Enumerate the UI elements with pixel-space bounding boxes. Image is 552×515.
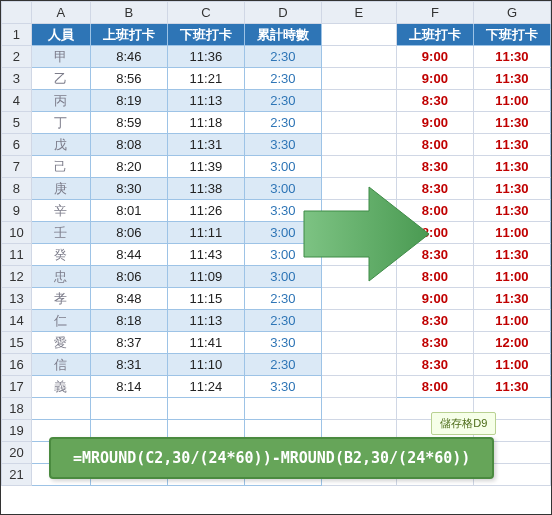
cell-G4[interactable]: 11:00 — [473, 90, 550, 112]
cell-E14[interactable] — [321, 310, 396, 332]
cell-B10[interactable]: 8:06 — [90, 222, 167, 244]
cell-C8[interactable]: 11:38 — [167, 178, 244, 200]
cell-E4[interactable] — [321, 90, 396, 112]
cell-F2[interactable]: 9:00 — [396, 46, 473, 68]
cell-A10[interactable]: 壬 — [31, 222, 90, 244]
cell-A3[interactable]: 乙 — [31, 68, 90, 90]
col-header-A[interactable]: A — [31, 2, 90, 24]
cell-A9[interactable]: 辛 — [31, 200, 90, 222]
cell-D18[interactable] — [244, 398, 321, 420]
cell-D10[interactable]: 3:00 — [244, 222, 321, 244]
col-header-C[interactable]: C — [167, 2, 244, 24]
cell-A15[interactable]: 愛 — [31, 332, 90, 354]
cell-C2[interactable]: 11:36 — [167, 46, 244, 68]
row-header-10[interactable]: 10 — [2, 222, 32, 244]
cell-G3[interactable]: 11:30 — [473, 68, 550, 90]
corner-cell[interactable] — [2, 2, 32, 24]
cell-F12[interactable]: 8:00 — [396, 266, 473, 288]
cell-F13[interactable]: 9:00 — [396, 288, 473, 310]
cell-C4[interactable]: 11:13 — [167, 90, 244, 112]
cell-E1[interactable] — [321, 24, 396, 46]
cell-G15[interactable]: 12:00 — [473, 332, 550, 354]
cell-A16[interactable]: 信 — [31, 354, 90, 376]
cell-E3[interactable] — [321, 68, 396, 90]
cell-B4[interactable]: 8:19 — [90, 90, 167, 112]
cell-B11[interactable]: 8:44 — [90, 244, 167, 266]
cell-E6[interactable] — [321, 134, 396, 156]
cell-C9[interactable]: 11:26 — [167, 200, 244, 222]
cell-F10[interactable]: 8:00 — [396, 222, 473, 244]
cell-D7[interactable]: 3:00 — [244, 156, 321, 178]
cell-A18[interactable] — [31, 398, 90, 420]
cell-C10[interactable]: 11:11 — [167, 222, 244, 244]
cell-D6[interactable]: 3:30 — [244, 134, 321, 156]
cell-F3[interactable]: 9:00 — [396, 68, 473, 90]
row-header-5[interactable]: 5 — [2, 112, 32, 134]
cell-G13[interactable]: 11:30 — [473, 288, 550, 310]
cell-D13[interactable]: 2:30 — [244, 288, 321, 310]
cell-C13[interactable]: 11:15 — [167, 288, 244, 310]
cell-D16[interactable]: 2:30 — [244, 354, 321, 376]
cell-C18[interactable] — [167, 398, 244, 420]
cell-E2[interactable] — [321, 46, 396, 68]
cell-E7[interactable] — [321, 156, 396, 178]
cell-D5[interactable]: 2:30 — [244, 112, 321, 134]
cell-A13[interactable]: 孝 — [31, 288, 90, 310]
cell-A12[interactable]: 忠 — [31, 266, 90, 288]
cell-C12[interactable]: 11:09 — [167, 266, 244, 288]
col-header-G[interactable]: G — [473, 2, 550, 24]
cell-G9[interactable]: 11:30 — [473, 200, 550, 222]
header-clockin2[interactable]: 上班打卡 — [396, 24, 473, 46]
cell-C3[interactable]: 11:21 — [167, 68, 244, 90]
row-header-14[interactable]: 14 — [2, 310, 32, 332]
cell-A7[interactable]: 己 — [31, 156, 90, 178]
cell-B3[interactable]: 8:56 — [90, 68, 167, 90]
cell-E8[interactable] — [321, 178, 396, 200]
cell-A17[interactable]: 義 — [31, 376, 90, 398]
cell-F9[interactable]: 8:00 — [396, 200, 473, 222]
cell-E17[interactable] — [321, 376, 396, 398]
cell-D12[interactable]: 3:00 — [244, 266, 321, 288]
cell-D17[interactable]: 3:30 — [244, 376, 321, 398]
row-header-1[interactable]: 1 — [2, 24, 32, 46]
cell-G17[interactable]: 11:30 — [473, 376, 550, 398]
cell-G10[interactable]: 11:00 — [473, 222, 550, 244]
cell-D14[interactable]: 2:30 — [244, 310, 321, 332]
row-header-17[interactable]: 17 — [2, 376, 32, 398]
row-header-13[interactable]: 13 — [2, 288, 32, 310]
header-person[interactable]: 人員 — [31, 24, 90, 46]
cell-F15[interactable]: 8:30 — [396, 332, 473, 354]
cell-A6[interactable]: 戊 — [31, 134, 90, 156]
cell-C17[interactable]: 11:24 — [167, 376, 244, 398]
cell-D2[interactable]: 2:30 — [244, 46, 321, 68]
header-clockout2[interactable]: 下班打卡 — [473, 24, 550, 46]
cell-A14[interactable]: 仁 — [31, 310, 90, 332]
col-header-D[interactable]: D — [244, 2, 321, 24]
cell-G14[interactable]: 11:00 — [473, 310, 550, 332]
row-header-15[interactable]: 15 — [2, 332, 32, 354]
cell-F8[interactable]: 8:30 — [396, 178, 473, 200]
row-header-18[interactable]: 18 — [2, 398, 32, 420]
cell-G7[interactable]: 11:30 — [473, 156, 550, 178]
row-header-4[interactable]: 4 — [2, 90, 32, 112]
cell-G6[interactable]: 11:30 — [473, 134, 550, 156]
cell-B14[interactable]: 8:18 — [90, 310, 167, 332]
cell-A4[interactable]: 丙 — [31, 90, 90, 112]
cell-D11[interactable]: 3:00 — [244, 244, 321, 266]
cell-B17[interactable]: 8:14 — [90, 376, 167, 398]
row-header-8[interactable]: 8 — [2, 178, 32, 200]
col-header-B[interactable]: B — [90, 2, 167, 24]
cell-C5[interactable]: 11:18 — [167, 112, 244, 134]
cell-B5[interactable]: 8:59 — [90, 112, 167, 134]
row-header-21[interactable]: 21 — [2, 464, 32, 486]
header-clockout[interactable]: 下班打卡 — [167, 24, 244, 46]
cell-C11[interactable]: 11:43 — [167, 244, 244, 266]
cell-E15[interactable] — [321, 332, 396, 354]
cell-F14[interactable]: 8:30 — [396, 310, 473, 332]
cell-E16[interactable] — [321, 354, 396, 376]
row-header-9[interactable]: 9 — [2, 200, 32, 222]
cell-A8[interactable]: 庚 — [31, 178, 90, 200]
row-header-6[interactable]: 6 — [2, 134, 32, 156]
cell-A2[interactable]: 甲 — [31, 46, 90, 68]
cell-F17[interactable]: 8:00 — [396, 376, 473, 398]
